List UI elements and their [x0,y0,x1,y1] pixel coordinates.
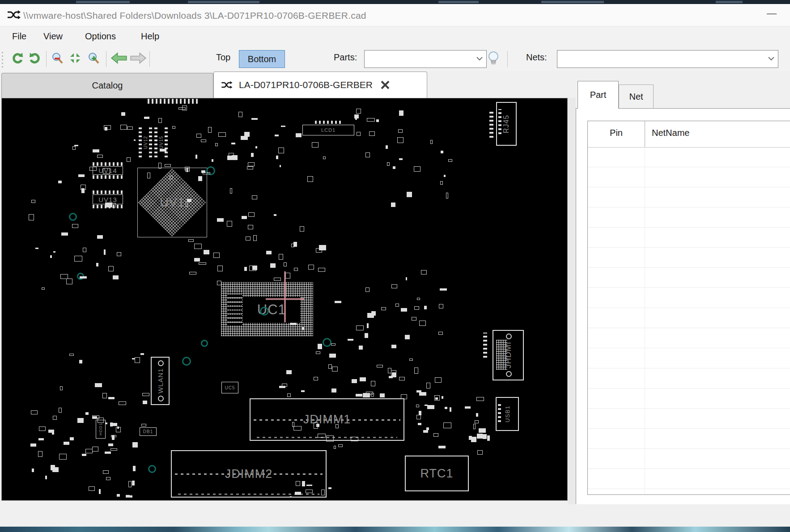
component-label: JHDMI [493,331,523,380]
passive-component [279,254,283,260]
passive-component [39,426,46,431]
passive-component [78,174,85,177]
next-arrow-icon[interactable] [130,51,147,66]
via-ring [323,338,331,347]
column-header-pin[interactable]: Pin [588,128,645,138]
table-row[interactable] [588,207,790,228]
passive-component [290,323,297,325]
menu-options[interactable]: Options [85,31,116,42]
side-tab-net[interactable]: Net [619,84,654,109]
chevron-down-icon [767,55,775,62]
pin-net-table[interactable]: Pin NetName [587,121,790,495]
passive-component [158,118,162,122]
passive-component [147,173,150,178]
table-row[interactable] [588,469,790,489]
table-row[interactable] [588,328,790,348]
table-row[interactable] [588,167,790,187]
minimize-button[interactable]: — [767,8,777,19]
passive-component [438,446,446,448]
rotate-cw-icon[interactable] [28,51,42,66]
zoom-in-icon[interactable] [87,51,100,66]
parts-combobox[interactable] [364,50,487,68]
zoom-out-icon[interactable] [51,51,64,66]
table-row[interactable] [588,348,790,368]
tab-document[interactable]: LA-D071PR10-0706B-GERBER [213,72,427,98]
passive-component [204,250,209,254]
table-row[interactable] [588,228,790,248]
table-row[interactable] [588,147,790,167]
passive-component [401,394,407,399]
passive-component [445,407,447,409]
close-tab-icon[interactable] [380,80,391,90]
table-row[interactable] [588,248,790,268]
passive-component [158,163,161,169]
rotate-ccw-icon[interactable] [11,51,24,66]
toolbar-grip[interactable] [2,51,3,68]
passive-component [416,415,421,419]
passive-component [212,159,213,162]
side-tab-part[interactable]: Part [578,81,619,109]
passive-component [178,107,186,110]
passive-component [194,244,202,249]
passive-component [290,496,292,498]
table-row[interactable] [588,268,790,288]
crosshair-cursor [266,298,304,300]
passive-component [201,139,206,142]
passive-component [82,454,86,456]
layer-bottom-button[interactable]: Bottom [239,50,285,68]
passive-component [316,351,320,355]
menu-view[interactable]: View [43,31,63,42]
passive-component [355,116,357,120]
table-row[interactable] [588,187,790,207]
passive-component [248,225,253,230]
passive-component [318,268,325,272]
tab-catalog[interactable]: Catalog [1,73,213,98]
passive-component [381,307,386,311]
highlight-bulb-icon[interactable] [487,51,500,66]
table-row[interactable] [588,449,790,469]
passive-component [38,451,42,457]
passive-component [53,416,57,420]
passive-component [38,438,44,440]
layer-top-button[interactable]: Top [216,52,230,63]
passive-component [365,152,370,157]
passive-component [295,492,302,495]
table-row[interactable] [588,429,790,449]
passive-component [421,270,427,274]
parts-label: Parts: [334,52,357,63]
passive-component [395,304,399,307]
passive-component [248,162,255,166]
table-row[interactable] [588,288,790,308]
passive-component [369,131,375,136]
passive-component [359,346,363,349]
passive-component [32,469,34,473]
passive-component [435,377,441,383]
board-canvas[interactable]: LCD1RJ45UV12UV15UV14UV13UV1UC1WLAN1UC5JD… [1,98,568,501]
passive-component [97,155,103,158]
table-row[interactable] [588,388,790,409]
passive-component [427,405,434,409]
background-fragment [76,1,130,3]
table-row[interactable] [588,409,790,429]
fit-screen-icon[interactable] [68,51,82,66]
menu-help[interactable]: Help [141,31,159,42]
panel-splitter[interactable] [568,98,576,504]
component-uv12: UV12 [139,127,152,157]
table-row[interactable] [588,308,790,328]
table-row[interactable] [588,368,790,388]
passive-component [406,277,408,280]
column-header-netname[interactable]: NetName [652,128,689,138]
passive-component [439,304,443,308]
nets-combobox[interactable] [557,50,778,68]
passive-component [332,367,337,371]
passive-component [380,393,385,397]
passive-component [218,132,226,137]
passive-component [105,452,111,454]
passive-component [442,396,443,399]
prev-arrow-icon[interactable] [110,51,127,66]
passive-component [69,354,74,356]
passive-component [99,489,101,494]
menu-file[interactable]: File [12,31,26,42]
passive-component [376,119,379,122]
passive-component [318,344,322,349]
